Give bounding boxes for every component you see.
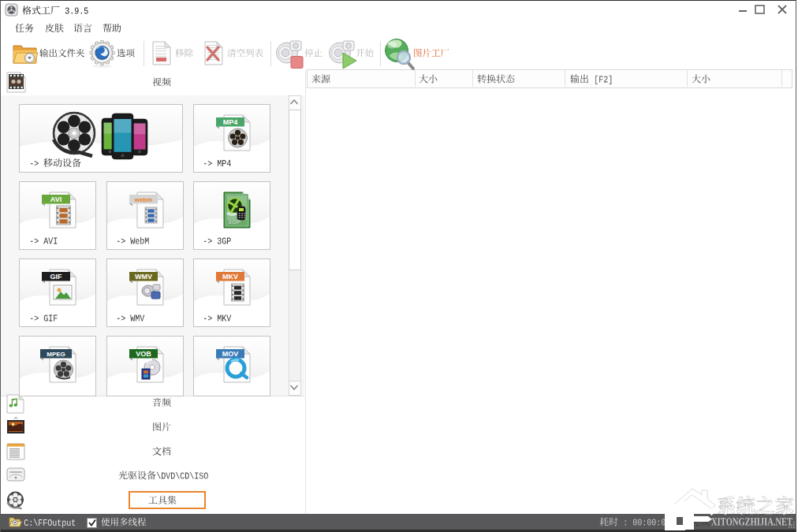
svg-text:MP4: MP4 [223,118,238,126]
svg-text:MPEG: MPEG [47,351,65,358]
svg-text:webm: webm [134,196,153,203]
svg-text:VOB: VOB [136,350,151,358]
svg-text:MOV: MOV [222,350,239,358]
svg-text:AVI: AVI [50,195,62,203]
svg-text:3GP: 3GP [228,218,241,225]
svg-text:WMV: WMV [135,273,152,281]
svg-text:MKV: MKV [222,273,238,281]
svg-text:GIF: GIF [50,273,63,281]
